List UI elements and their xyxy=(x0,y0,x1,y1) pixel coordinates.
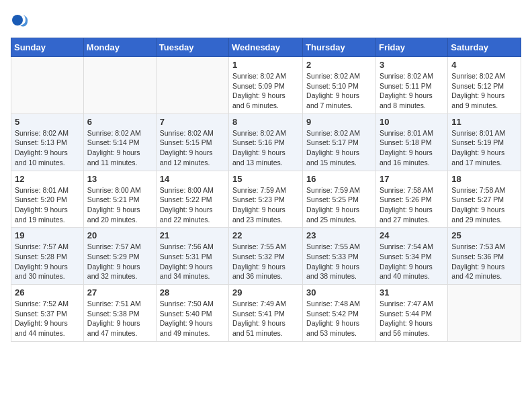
day-info: Sunrise: 7:51 AM Sunset: 5:38 PM Dayligh… xyxy=(87,299,152,338)
logo xyxy=(11,11,32,30)
day-number: 27 xyxy=(87,287,152,298)
calendar-empty-cell xyxy=(448,285,521,342)
day-info: Sunrise: 7:57 AM Sunset: 5:28 PM Dayligh… xyxy=(15,242,80,281)
calendar-day-25: 25Sunrise: 7:53 AM Sunset: 5:36 PM Dayli… xyxy=(448,228,521,285)
day-number: 25 xyxy=(451,230,517,240)
day-info: Sunrise: 8:02 AM Sunset: 5:13 PM Dayligh… xyxy=(15,128,80,168)
calendar-header-row: SundayMondayTuesdayWednesdayThursdayFrid… xyxy=(11,38,521,57)
day-info: Sunrise: 8:01 AM Sunset: 5:20 PM Dayligh… xyxy=(15,185,80,225)
calendar-day-1: 1Sunrise: 8:02 AM Sunset: 5:09 PM Daylig… xyxy=(229,57,303,114)
day-number: 31 xyxy=(380,287,444,298)
calendar-day-15: 15Sunrise: 7:59 AM Sunset: 5:23 PM Dayli… xyxy=(229,171,303,228)
calendar-day-8: 8Sunrise: 8:02 AM Sunset: 5:16 PM Daylig… xyxy=(229,113,303,171)
svg-point-0 xyxy=(12,15,23,26)
calendar-header-saturday: Saturday xyxy=(448,38,521,57)
calendar-day-28: 28Sunrise: 7:50 AM Sunset: 5:40 PM Dayli… xyxy=(156,285,228,342)
day-number: 17 xyxy=(380,174,444,184)
day-info: Sunrise: 7:47 AM Sunset: 5:44 PM Dayligh… xyxy=(380,299,444,338)
day-number: 22 xyxy=(232,230,299,240)
day-number: 23 xyxy=(306,230,372,240)
day-info: Sunrise: 8:02 AM Sunset: 5:14 PM Dayligh… xyxy=(87,128,152,168)
calendar-day-31: 31Sunrise: 7:47 AM Sunset: 5:44 PM Dayli… xyxy=(375,285,447,342)
day-number: 13 xyxy=(87,174,152,184)
day-number: 6 xyxy=(87,117,152,127)
calendar-week-row: 19Sunrise: 7:57 AM Sunset: 5:28 PM Dayli… xyxy=(11,228,521,285)
day-number: 30 xyxy=(306,287,372,298)
day-info: Sunrise: 7:58 AM Sunset: 5:26 PM Dayligh… xyxy=(380,185,444,225)
calendar-day-2: 2Sunrise: 8:02 AM Sunset: 5:10 PM Daylig… xyxy=(303,57,376,114)
day-number: 19 xyxy=(15,230,80,240)
day-number: 15 xyxy=(232,174,299,184)
day-info: Sunrise: 8:02 AM Sunset: 5:16 PM Dayligh… xyxy=(232,128,299,168)
calendar-day-24: 24Sunrise: 7:54 AM Sunset: 5:34 PM Dayli… xyxy=(375,228,447,285)
day-info: Sunrise: 8:00 AM Sunset: 5:22 PM Dayligh… xyxy=(160,185,225,225)
calendar-day-21: 21Sunrise: 7:56 AM Sunset: 5:31 PM Dayli… xyxy=(156,228,228,285)
calendar-day-3: 3Sunrise: 8:02 AM Sunset: 5:11 PM Daylig… xyxy=(375,57,447,114)
calendar-empty-cell xyxy=(156,57,228,114)
calendar-header-thursday: Thursday xyxy=(303,38,376,57)
day-number: 21 xyxy=(160,230,225,240)
calendar-day-9: 9Sunrise: 8:02 AM Sunset: 5:17 PM Daylig… xyxy=(303,113,376,171)
day-number: 11 xyxy=(451,117,517,127)
calendar-day-20: 20Sunrise: 7:57 AM Sunset: 5:29 PM Dayli… xyxy=(83,228,156,285)
day-number: 4 xyxy=(451,60,517,70)
calendar-day-23: 23Sunrise: 7:55 AM Sunset: 5:33 PM Dayli… xyxy=(303,228,376,285)
day-info: Sunrise: 7:54 AM Sunset: 5:34 PM Dayligh… xyxy=(380,242,444,281)
day-number: 9 xyxy=(306,117,372,127)
calendar-day-18: 18Sunrise: 7:58 AM Sunset: 5:27 PM Dayli… xyxy=(448,171,521,228)
calendar-week-row: 5Sunrise: 8:02 AM Sunset: 5:13 PM Daylig… xyxy=(11,113,521,171)
calendar-empty-cell xyxy=(83,57,156,114)
day-info: Sunrise: 7:59 AM Sunset: 5:25 PM Dayligh… xyxy=(306,185,372,225)
day-info: Sunrise: 7:48 AM Sunset: 5:42 PM Dayligh… xyxy=(306,299,372,338)
day-number: 16 xyxy=(306,174,372,184)
calendar-day-4: 4Sunrise: 8:02 AM Sunset: 5:12 PM Daylig… xyxy=(448,57,521,114)
day-number: 2 xyxy=(306,60,372,70)
calendar-day-16: 16Sunrise: 7:59 AM Sunset: 5:25 PM Dayli… xyxy=(303,171,376,228)
day-info: Sunrise: 8:02 AM Sunset: 5:15 PM Dayligh… xyxy=(160,128,225,168)
day-info: Sunrise: 7:57 AM Sunset: 5:29 PM Dayligh… xyxy=(87,242,152,281)
calendar-day-13: 13Sunrise: 8:00 AM Sunset: 5:21 PM Dayli… xyxy=(83,171,156,228)
calendar-day-19: 19Sunrise: 7:57 AM Sunset: 5:28 PM Dayli… xyxy=(11,228,84,285)
day-info: Sunrise: 7:55 AM Sunset: 5:33 PM Dayligh… xyxy=(306,242,372,281)
logo-icon xyxy=(11,11,30,30)
calendar-table: SundayMondayTuesdayWednesdayThursdayFrid… xyxy=(11,38,521,342)
day-info: Sunrise: 8:02 AM Sunset: 5:10 PM Dayligh… xyxy=(306,71,372,111)
calendar-week-row: 1Sunrise: 8:02 AM Sunset: 5:09 PM Daylig… xyxy=(11,57,521,114)
day-info: Sunrise: 7:53 AM Sunset: 5:36 PM Dayligh… xyxy=(451,242,517,281)
day-number: 10 xyxy=(380,117,444,127)
day-info: Sunrise: 7:55 AM Sunset: 5:32 PM Dayligh… xyxy=(232,242,299,281)
calendar-day-27: 27Sunrise: 7:51 AM Sunset: 5:38 PM Dayli… xyxy=(83,285,156,342)
day-number: 26 xyxy=(15,287,80,298)
day-info: Sunrise: 8:02 AM Sunset: 5:11 PM Dayligh… xyxy=(380,71,444,111)
day-info: Sunrise: 8:00 AM Sunset: 5:21 PM Dayligh… xyxy=(87,185,152,225)
calendar-header-wednesday: Wednesday xyxy=(229,38,303,57)
day-number: 18 xyxy=(451,174,517,184)
day-info: Sunrise: 8:01 AM Sunset: 5:19 PM Dayligh… xyxy=(451,128,517,168)
day-number: 3 xyxy=(380,60,444,70)
calendar-week-row: 26Sunrise: 7:52 AM Sunset: 5:37 PM Dayli… xyxy=(11,285,521,342)
calendar-header-sunday: Sunday xyxy=(11,38,84,57)
day-number: 1 xyxy=(232,60,299,70)
day-info: Sunrise: 8:02 AM Sunset: 5:12 PM Dayligh… xyxy=(451,71,517,111)
day-info: Sunrise: 8:01 AM Sunset: 5:18 PM Dayligh… xyxy=(380,128,444,168)
day-info: Sunrise: 7:58 AM Sunset: 5:27 PM Dayligh… xyxy=(451,185,517,225)
calendar-week-row: 12Sunrise: 8:01 AM Sunset: 5:20 PM Dayli… xyxy=(11,171,521,228)
day-number: 8 xyxy=(232,117,299,127)
day-info: Sunrise: 7:50 AM Sunset: 5:40 PM Dayligh… xyxy=(160,299,225,338)
day-number: 28 xyxy=(160,287,225,298)
calendar-header-friday: Friday xyxy=(375,38,447,57)
calendar-day-14: 14Sunrise: 8:00 AM Sunset: 5:22 PM Dayli… xyxy=(156,171,228,228)
page-header xyxy=(11,11,521,30)
calendar-header-tuesday: Tuesday xyxy=(156,38,228,57)
calendar-day-17: 17Sunrise: 7:58 AM Sunset: 5:26 PM Dayli… xyxy=(375,171,447,228)
day-number: 20 xyxy=(87,230,152,240)
calendar-day-30: 30Sunrise: 7:48 AM Sunset: 5:42 PM Dayli… xyxy=(303,285,376,342)
day-number: 24 xyxy=(380,230,444,240)
day-info: Sunrise: 8:02 AM Sunset: 5:09 PM Dayligh… xyxy=(232,71,299,111)
day-number: 29 xyxy=(232,287,299,298)
day-info: Sunrise: 8:02 AM Sunset: 5:17 PM Dayligh… xyxy=(306,128,372,168)
day-number: 7 xyxy=(160,117,225,127)
calendar-day-5: 5Sunrise: 8:02 AM Sunset: 5:13 PM Daylig… xyxy=(11,113,84,171)
calendar-day-22: 22Sunrise: 7:55 AM Sunset: 5:32 PM Dayli… xyxy=(229,228,303,285)
day-info: Sunrise: 7:52 AM Sunset: 5:37 PM Dayligh… xyxy=(15,299,80,338)
